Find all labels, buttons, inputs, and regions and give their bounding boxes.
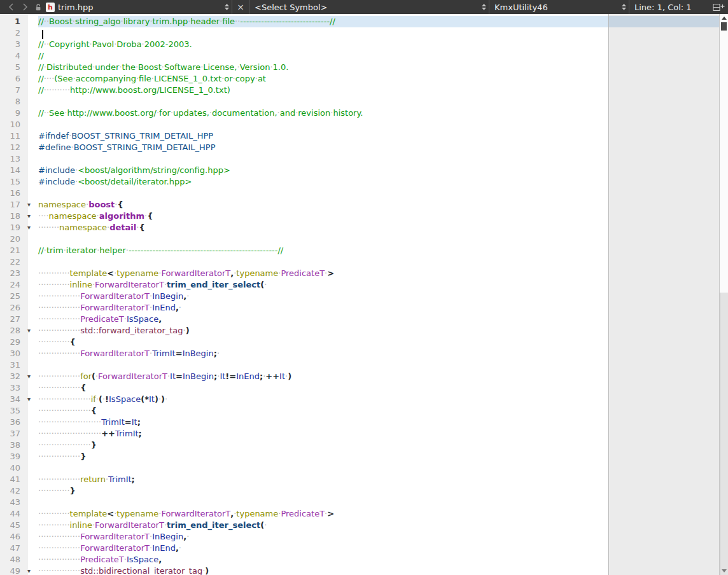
code-line: 21//·trim·iterator·helper·--------------…: [0, 245, 719, 256]
code-text: ················}: [38, 451, 719, 462]
code-line: 2: [0, 27, 719, 39]
scrollbar-thumb[interactable]: [721, 22, 727, 31]
code-text: #include·<boost/detail/iterator.hpp>: [38, 176, 719, 188]
symbol-selector-label: <Select Symbol>: [255, 3, 479, 12]
tab-spinner-icon[interactable]: [221, 0, 232, 14]
close-tab-button[interactable]: ×: [232, 0, 249, 14]
code-line: 25················ForwardIteratorT·InBeg…: [0, 291, 719, 302]
fold-margin: [24, 359, 38, 371]
fold-margin: [24, 256, 38, 268]
fold-margin: [24, 554, 38, 565]
code-text: [38, 153, 719, 165]
line-number: 14: [0, 165, 24, 176]
line-number: 27: [0, 314, 24, 325]
code-text: ············inline·ForwardIteratorT·trim…: [38, 279, 719, 291]
fold-margin: [24, 302, 38, 314]
code-text: [38, 188, 719, 199]
code-text: ························TrimIt=It;: [38, 417, 719, 428]
line-number: 35: [0, 405, 24, 417]
fold-margin: [24, 451, 38, 462]
fold-margin: [24, 233, 38, 245]
fold-margin: [24, 279, 38, 291]
fold-margin: [24, 268, 38, 279]
fold-marker-icon[interactable]: ▾: [24, 199, 38, 211]
line-number: 38: [0, 440, 24, 451]
unlock-icon[interactable]: [32, 0, 45, 14]
line-number: 28: [0, 325, 24, 336]
line-number: 37: [0, 428, 24, 440]
code-line: 33················{: [0, 382, 719, 394]
symbol-selector[interactable]: <Select Symbol>: [249, 0, 489, 14]
code-line: 41················return·TrimIt;: [0, 474, 719, 485]
text-caret: [42, 30, 43, 39]
line-number: 7: [0, 85, 24, 96]
tab-title[interactable]: trim.hpp: [58, 3, 221, 12]
code-line: 43: [0, 497, 719, 508]
back-button[interactable]: [4, 0, 18, 14]
line-number: 29: [0, 336, 24, 348]
fold-marker-icon[interactable]: ▾: [24, 211, 38, 222]
code-text: ················ForwardIteratorT·InBegin…: [38, 531, 719, 543]
fold-margin: [24, 245, 38, 256]
scroll-down-arrow-icon[interactable]: [722, 569, 727, 572]
code-text: #define·BOOST_STRING_TRIM_DETAIL_HPP: [38, 142, 719, 153]
line-number: 12: [0, 142, 24, 153]
fold-margin: [24, 16, 38, 27]
fold-margin: [24, 291, 38, 302]
code-text: [38, 233, 719, 245]
code-line: 16: [0, 188, 719, 199]
code-line: 8: [0, 96, 719, 107]
line-number: 15: [0, 176, 24, 188]
symbol-spinner-icon: [479, 0, 489, 14]
code-area[interactable]: 1//··Boost·string_algo·library·trim.hpp·…: [0, 14, 719, 575]
code-text: ····················if·(·!IsSpace(*It)·)…: [38, 394, 719, 405]
code-text: ····················}: [38, 440, 719, 451]
fold-margin: [24, 428, 38, 440]
code-line: 34▾····················if·(·!IsSpace(*It…: [0, 394, 719, 405]
code-line: 47················ForwardIteratorT·InEnd…: [0, 543, 719, 554]
code-line: 30················ForwardIteratorT·TrimI…: [0, 348, 719, 359]
code-text: ························++TrimIt;: [38, 428, 719, 440]
code-text: ············inline·ForwardIteratorT·trim…: [38, 520, 719, 531]
line-number: 22: [0, 256, 24, 268]
fold-margin: [24, 107, 38, 119]
fold-margin: [24, 27, 38, 39]
code-text: [38, 27, 719, 39]
fold-marker-icon[interactable]: ▾: [24, 222, 38, 233]
code-editor[interactable]: 1//··Boost·string_algo·library·trim.hpp·…: [0, 14, 719, 575]
split-window-icon[interactable]: [713, 3, 725, 11]
line-number: 3: [0, 39, 24, 50]
line-number: 13: [0, 153, 24, 165]
code-text: ············}: [38, 485, 719, 497]
fold-marker-icon[interactable]: ▾: [24, 325, 38, 336]
code-line: 31: [0, 359, 719, 371]
fold-margin: [24, 497, 38, 508]
code-line: 6//····(See·accompanying·file·LICENSE_1_…: [0, 73, 719, 85]
tab-section: h trim.hpp ×: [0, 0, 249, 14]
code-line: 12#define·BOOST_STRING_TRIM_DETAIL_HPP: [0, 142, 719, 153]
line-number: 18: [0, 211, 24, 222]
line-number: 24: [0, 279, 24, 291]
code-text: ················std::bidirectional_itera…: [38, 565, 719, 575]
code-line: 35····················{: [0, 405, 719, 417]
fold-marker-icon[interactable]: ▾: [24, 371, 38, 382]
code-text: ················{: [38, 382, 719, 394]
fold-marker-icon[interactable]: ▾: [24, 565, 38, 575]
vertical-scrollbar[interactable]: [719, 14, 728, 575]
fold-margin: [24, 508, 38, 520]
line-number: 45: [0, 520, 24, 531]
code-line: 36························TrimIt=It;: [0, 417, 719, 428]
fold-marker-icon[interactable]: ▾: [24, 394, 38, 405]
fold-margin: [24, 73, 38, 85]
fold-margin: [24, 348, 38, 359]
code-line: 37························++TrimIt;: [0, 428, 719, 440]
scrollbar-track-lower[interactable]: [720, 293, 728, 575]
chevron-left-icon: [8, 3, 14, 11]
fold-margin: [24, 417, 38, 428]
scroll-up-arrow-icon[interactable]: [722, 17, 727, 20]
code-line: 15#include·<boost/detail/iterator.hpp>: [0, 176, 719, 188]
line-number: 42: [0, 485, 24, 497]
code-line: 7//··········http://www.boost.org/LICENS…: [0, 85, 719, 96]
project-selector[interactable]: KmxUtility46: [489, 0, 629, 14]
forward-button[interactable]: [18, 0, 32, 14]
